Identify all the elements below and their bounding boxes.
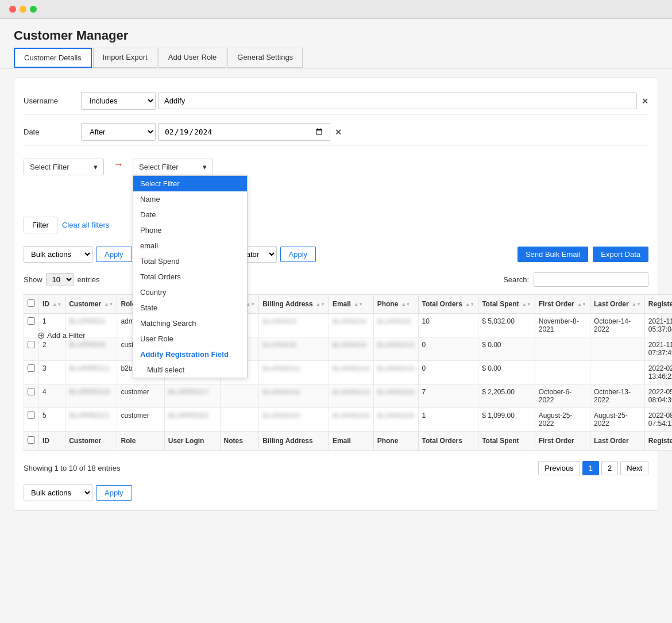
row-first-order-0: November-8-2021 xyxy=(535,314,590,337)
dropdown-item-user-role[interactable]: User Role xyxy=(133,331,247,347)
select-filter-trigger-2[interactable]: Select Filter ▾ xyxy=(133,159,213,175)
row-check-1[interactable] xyxy=(28,341,35,348)
row-email-2: BLURRED14 xyxy=(329,361,373,384)
th-last-order[interactable]: Last Order ▲▼ xyxy=(590,295,644,314)
row-email-4: BLURRED24 xyxy=(329,408,373,432)
row-checkbox-3[interactable] xyxy=(24,384,39,408)
row-notes-3 xyxy=(220,384,259,408)
toolbar-right: Send Bulk Email Export Data xyxy=(517,247,648,262)
switch-apply-button[interactable]: Apply xyxy=(280,247,316,262)
row-check-4[interactable] xyxy=(28,412,35,419)
dropdown-item-total-orders[interactable]: Total Orders xyxy=(133,269,247,284)
minimize-button[interactable] xyxy=(20,6,26,13)
select-filter-1[interactable]: Select Filter ▾ xyxy=(24,159,104,175)
dropdown-item-multi-select[interactable]: Multi select xyxy=(133,362,247,378)
row-checkbox-4[interactable] xyxy=(24,408,39,432)
dropdown-item-select-filter[interactable]: Select Filter xyxy=(133,176,247,191)
th-customer[interactable]: Customer ▲▼ xyxy=(65,295,117,314)
dropdown-item-country[interactable]: Country xyxy=(133,284,247,300)
table-row: 2BLURRED6customerBLURRED7BLURRED8BLURRED… xyxy=(24,337,673,361)
send-bulk-email-button[interactable]: Send Bulk Email xyxy=(517,247,588,262)
tfoot-select-all[interactable] xyxy=(28,436,35,444)
filter-actions: Filter Clear all filters xyxy=(24,217,648,233)
dropdown-item-email[interactable]: email xyxy=(133,238,247,253)
next-page-button[interactable]: Next xyxy=(620,461,648,475)
clear-filters-button[interactable]: Clear all filters xyxy=(62,221,109,229)
tfoot-role: Role xyxy=(117,432,164,451)
row-total-orders-4: 1 xyxy=(418,408,478,432)
dropdown-item-name[interactable]: Name xyxy=(133,191,247,207)
tab-import-export[interactable]: Import Export xyxy=(93,48,157,68)
entries-select[interactable]: 10 25 50 xyxy=(46,273,74,286)
tab-add-user-role[interactable]: Add User Role xyxy=(159,48,227,68)
row-first-order-4: August-25-2022 xyxy=(535,408,590,432)
add-filter-link[interactable]: ⊕ Add a Filter xyxy=(37,330,85,341)
select-filter-trigger-1[interactable]: Select Filter ▾ xyxy=(24,159,104,175)
username-filter-clear[interactable]: ✕ xyxy=(642,97,648,106)
row-phone-3: BLURRED20 xyxy=(373,384,418,408)
select-all-checkbox[interactable] xyxy=(28,299,35,307)
th-register[interactable]: Register ▲▼ xyxy=(644,295,672,314)
username-filter-input[interactable] xyxy=(158,93,637,109)
tabs-bar: Customer Details Import Export Add User … xyxy=(0,48,672,68)
row-billing-2: BLURRED13 xyxy=(259,361,329,384)
row-customer-4: BLURRED21 xyxy=(65,408,117,432)
bulk-apply-button[interactable]: Apply xyxy=(96,247,132,262)
maximize-button[interactable] xyxy=(30,6,37,13)
dropdown-item-phone[interactable]: Phone xyxy=(133,222,247,238)
row-phone-2: BLURRED15 xyxy=(373,361,418,384)
tfoot-checkbox[interactable] xyxy=(24,432,39,451)
row-customer-2: BLURRED11 xyxy=(65,361,117,384)
th-email[interactable]: Email ▲▼ xyxy=(329,295,373,314)
dropdown-item-matching-search[interactable]: Matching Search xyxy=(133,316,247,331)
page-1-button[interactable]: 1 xyxy=(582,461,599,475)
th-first-order[interactable]: First Order ▲▼ xyxy=(535,295,590,314)
dropdown-item-addify-reg-field[interactable]: Addify Registration Field xyxy=(133,347,247,362)
date-filter-input[interactable] xyxy=(158,123,330,141)
th-billing-address[interactable]: Billing Address ▲▼ xyxy=(259,295,329,314)
date-filter-type[interactable]: After Before On xyxy=(81,123,156,141)
tab-general-settings[interactable]: General Settings xyxy=(227,48,303,68)
row-check-3[interactable] xyxy=(28,388,35,395)
export-data-button[interactable]: Export Data xyxy=(593,247,648,262)
row-phone-4: BLURRED25 xyxy=(373,408,418,432)
row-last-order-3: October-13-2022 xyxy=(590,384,644,408)
page-2-button[interactable]: 2 xyxy=(601,461,618,475)
username-filter-type[interactable]: Includes Excludes Equals xyxy=(81,92,156,110)
tfoot-phone: Phone xyxy=(373,432,418,451)
row-customer-3: BLURRED16 xyxy=(65,384,117,408)
th-phone[interactable]: Phone ▲▼ xyxy=(373,295,418,314)
dropdown-item-total-spend[interactable]: Total Spend xyxy=(133,253,247,269)
filter-button[interactable]: Filter xyxy=(24,217,57,233)
title-bar xyxy=(0,0,672,19)
dropdown-item-date[interactable]: Date xyxy=(133,207,247,222)
row-user-login-4: BLURRED22 xyxy=(164,408,220,432)
th-total-spent[interactable]: Total Spent ▲▼ xyxy=(478,295,535,314)
row-check-0[interactable] xyxy=(28,317,35,325)
bottom-bulk-actions-select[interactable]: Bulk actions xyxy=(24,484,92,501)
row-total-orders-2: 0 xyxy=(418,361,478,384)
tab-customer-details[interactable]: Customer Details xyxy=(14,48,92,68)
row-email-3: BLURRED19 xyxy=(329,384,373,408)
row-total-spent-2: $ 0.00 xyxy=(478,361,535,384)
search-input[interactable] xyxy=(534,272,648,287)
bottom-apply-button[interactable]: Apply xyxy=(96,485,132,501)
tfoot-last-order: Last Order xyxy=(590,432,644,451)
close-button[interactable] xyxy=(9,6,16,13)
row-total-orders-1: 0 xyxy=(418,337,478,361)
select-filter-2[interactable]: Select Filter ▾ Select Filter Name Date … xyxy=(133,159,213,175)
dropdown-item-state[interactable]: State xyxy=(133,300,247,316)
th-total-orders[interactable]: Total Orders ▲▼ xyxy=(418,295,478,314)
row-checkbox-1[interactable] xyxy=(24,337,39,361)
select-all-header[interactable] xyxy=(24,295,39,314)
date-filter-clear[interactable]: ✕ xyxy=(335,128,342,137)
row-check-2[interactable] xyxy=(28,364,35,372)
bulk-actions-select[interactable]: Bulk actions xyxy=(24,246,92,263)
row-checkbox-0[interactable] xyxy=(24,314,39,337)
row-checkbox-2[interactable] xyxy=(24,361,39,384)
prev-page-button[interactable]: Previous xyxy=(538,461,580,475)
th-id[interactable]: ID ▲▼ xyxy=(39,295,65,314)
username-filter-row: Username Includes Excludes Equals ✕ xyxy=(24,87,648,115)
row-register-3: 2022-05-06 08:04:39 xyxy=(644,384,672,408)
row-email-0: BLURRED4 xyxy=(329,314,373,337)
